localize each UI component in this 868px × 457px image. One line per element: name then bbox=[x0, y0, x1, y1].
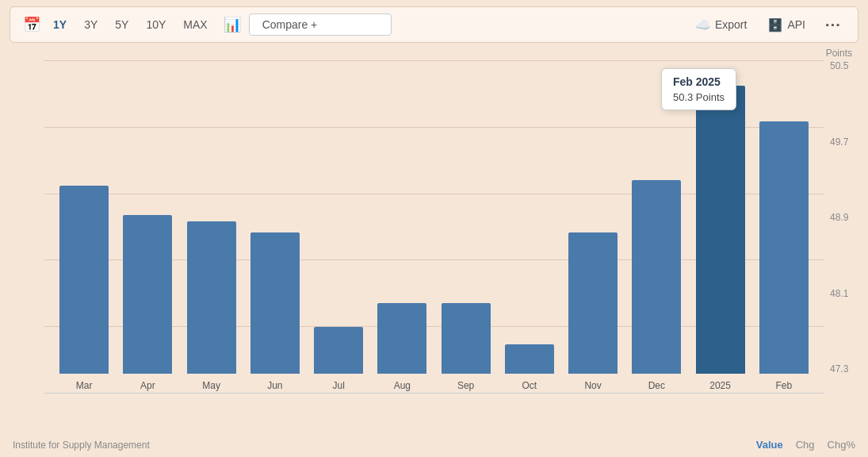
y-axis-value: 48.1 bbox=[830, 288, 848, 299]
compare-button[interactable]: Compare + bbox=[249, 13, 392, 36]
range-3y-button[interactable]: 3Y bbox=[79, 15, 102, 34]
chg-button[interactable]: Chg bbox=[796, 439, 815, 451]
chart-area: Points MarAprMayJunJulAugSepOctNovDec202… bbox=[0, 46, 868, 431]
y-axis-right: 50.549.748.948.147.3 bbox=[824, 60, 858, 394]
bar-group[interactable]: Jul bbox=[307, 60, 370, 374]
bar-group[interactable]: Mar bbox=[52, 60, 116, 374]
y-axis-value: 47.3 bbox=[830, 363, 848, 374]
chart-inner: MarAprMayJunJulAugSepOctNovDec2025Feb Fe… bbox=[10, 60, 858, 394]
bar-may[interactable] bbox=[187, 221, 236, 374]
export-icon: ☁️ bbox=[695, 17, 711, 33]
bar-2025[interactable] bbox=[696, 86, 745, 374]
bar-group[interactable]: May bbox=[180, 60, 243, 374]
bar-label: May bbox=[202, 380, 220, 391]
api-label: API bbox=[787, 18, 805, 31]
bar-label: Mar bbox=[76, 380, 93, 391]
bar-label: 2025 bbox=[709, 380, 731, 391]
bar-group[interactable]: Oct bbox=[498, 60, 561, 374]
range-10y-button[interactable]: 10Y bbox=[141, 15, 170, 34]
bar-mar[interactable] bbox=[59, 186, 109, 374]
source-label: Institute for Supply Management bbox=[13, 440, 756, 451]
bar-label: Aug bbox=[394, 380, 411, 391]
bar-label: Jul bbox=[332, 380, 344, 391]
bar-apr[interactable] bbox=[123, 215, 172, 374]
range-max-button[interactable]: MAX bbox=[178, 15, 212, 34]
chart-plot: MarAprMayJunJulAugSepOctNovDec2025Feb Fe… bbox=[44, 60, 824, 394]
bar-aug[interactable] bbox=[377, 303, 426, 374]
bar-group[interactable]: Dec bbox=[625, 60, 688, 374]
bar-label: Dec bbox=[648, 380, 665, 391]
bars-container: MarAprMayJunJulAugSepOctNovDec2025Feb bbox=[44, 60, 824, 374]
chart-footer: Institute for Supply Management Value Ch… bbox=[0, 432, 868, 457]
bar-group[interactable]: Jun bbox=[243, 60, 307, 374]
y-axis-value: 48.9 bbox=[830, 212, 848, 223]
toolbar: 📅 1Y 3Y 5Y 10Y MAX 📊 Compare + ☁️ Export… bbox=[10, 6, 858, 43]
export-label: Export bbox=[715, 18, 747, 31]
y-axis-value: 50.5 bbox=[830, 60, 848, 71]
bar-chart-icon[interactable]: 📊 bbox=[224, 16, 241, 33]
value-button[interactable]: Value bbox=[756, 439, 783, 451]
bar-group[interactable]: Sep bbox=[434, 60, 498, 374]
bar-label: Nov bbox=[584, 380, 601, 391]
y-axis-value: 49.7 bbox=[830, 136, 848, 148]
footer-buttons: Value Chg Chg% bbox=[756, 439, 855, 451]
bar-group[interactable]: Nov bbox=[561, 60, 625, 374]
bar-sep[interactable] bbox=[442, 303, 491, 374]
bar-oct[interactable] bbox=[505, 344, 554, 374]
bar-label: Feb bbox=[776, 380, 793, 391]
export-button[interactable]: ☁️ Export bbox=[689, 14, 753, 36]
bar-group[interactable]: Apr bbox=[116, 60, 179, 374]
bar-nov[interactable] bbox=[568, 232, 618, 374]
bar-group[interactable]: 2025 bbox=[689, 60, 752, 374]
api-button[interactable]: 🗄️ API bbox=[761, 14, 812, 36]
bar-label: Apr bbox=[140, 380, 155, 391]
bar-label: Sep bbox=[457, 380, 474, 391]
bar-dec[interactable] bbox=[632, 180, 681, 374]
calendar-icon[interactable]: 📅 bbox=[23, 16, 40, 33]
more-button[interactable]: ⋯ bbox=[820, 12, 845, 37]
bar-label: Jun bbox=[267, 380, 282, 391]
y-axis-unit-label: Points bbox=[826, 48, 852, 59]
bar-label: Oct bbox=[522, 380, 537, 391]
chgpct-button[interactable]: Chg% bbox=[828, 439, 855, 451]
bar-jun[interactable] bbox=[250, 232, 300, 374]
bar-jul[interactable] bbox=[314, 327, 363, 374]
api-icon: 🗄️ bbox=[767, 17, 783, 33]
range-5y-button[interactable]: 5Y bbox=[110, 15, 133, 34]
bar-feb[interactable] bbox=[759, 121, 809, 374]
bar-group[interactable]: Feb bbox=[752, 60, 816, 374]
chart-container: 📅 1Y 3Y 5Y 10Y MAX 📊 Compare + ☁️ Export… bbox=[0, 0, 868, 457]
bar-group[interactable]: Aug bbox=[370, 60, 434, 374]
range-1y-button[interactable]: 1Y bbox=[48, 15, 71, 34]
